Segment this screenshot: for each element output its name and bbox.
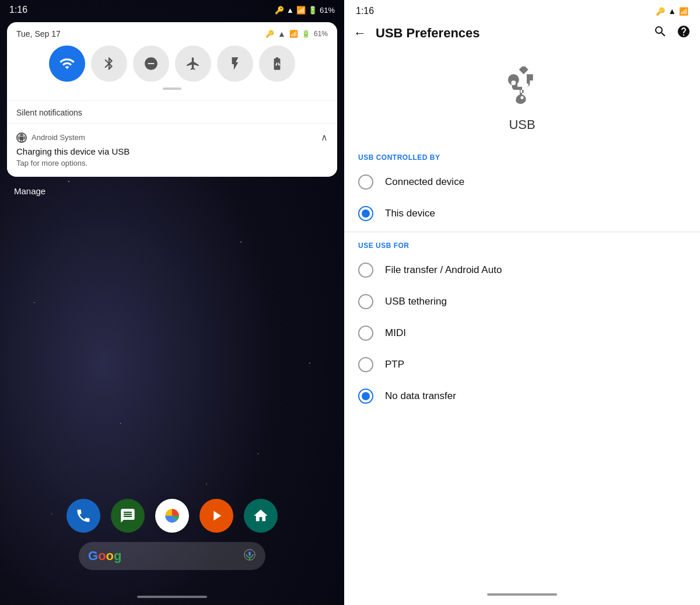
usb-label: USB [509, 117, 535, 132]
battery-icon-small: 🔋 [302, 30, 310, 38]
right-wifi-icon: ▲ [668, 6, 676, 16]
dock-row [66, 499, 278, 533]
tile-bluetooth[interactable] [91, 46, 127, 82]
radio-circle-ptp [358, 357, 373, 372]
dock-play[interactable] [200, 499, 233, 533]
notification-body: Tap for more options. [16, 159, 328, 167]
battery-pct-small: 61% [314, 30, 328, 38]
left-status-bar: 1:16 🔑 ▲ 📶 🔋 61% [0, 0, 344, 18]
section-usb-controlled-by: USB CONTROLLED BY [344, 146, 700, 166]
home-indicator-right [344, 586, 700, 605]
search-button[interactable] [653, 25, 667, 42]
battery-icon: 🔋 [308, 6, 317, 15]
radio-label-usb-tethering: USB tethering [385, 296, 447, 307]
battery-percent: 61% [320, 6, 335, 15]
radio-circle-usb-tethering [358, 294, 373, 309]
google-logo: Goog [88, 548, 121, 564]
google-search-bar[interactable]: Goog [79, 542, 265, 570]
tile-airplane[interactable] [175, 46, 211, 82]
app-title: USB Preferences [376, 26, 644, 41]
quick-tiles: Tue, Sep 17 🔑 ▲ 📶 🔋 61% [7, 22, 337, 100]
app-dock: Goog [0, 499, 344, 570]
notification-shade: Tue, Sep 17 🔑 ▲ 📶 🔋 61% [7, 22, 337, 177]
radio-circle-no-data [358, 389, 373, 404]
section-divider [344, 232, 700, 232]
radio-circle-this-device [358, 206, 373, 221]
drag-handle [163, 88, 181, 90]
radio-circle-midi [358, 326, 373, 341]
radio-inner-this-device [362, 209, 370, 218]
radio-usb-tethering[interactable]: USB tethering [344, 286, 700, 317]
radio-ptp[interactable]: PTP [344, 349, 700, 380]
right-status-icons: 🔑 ▲ 📶 [656, 6, 688, 16]
notification-title: Charging this device via USB [16, 146, 328, 156]
app-bar: ← USB Preferences [344, 20, 700, 49]
key-icon-small: 🔑 [265, 30, 274, 38]
app-bar-actions [653, 25, 691, 42]
radio-label-this-device: This device [385, 208, 435, 219]
radio-label-midi: MIDI [385, 327, 406, 339]
notification-chevron[interactable]: ∧ [321, 132, 328, 143]
tile-wifi[interactable] [49, 46, 85, 82]
android-system-icon [16, 132, 27, 143]
date-row: Tue, Sep 17 🔑 ▲ 📶 🔋 61% [16, 29, 328, 39]
tiles-row [16, 46, 328, 82]
radio-label-ptp: PTP [385, 359, 404, 370]
radio-this-device[interactable]: This device [344, 198, 700, 229]
signal-icon: 📶 [296, 6, 306, 15]
radio-connected-device[interactable]: Connected device [344, 166, 700, 198]
radio-label-no-data: No data transfer [385, 390, 456, 402]
notification-source: Android System [16, 132, 85, 143]
right-time: 1:16 [356, 6, 374, 16]
date-label: Tue, Sep 17 [16, 29, 61, 39]
radio-midi[interactable]: MIDI [344, 317, 700, 349]
usb-icon-area: USB [344, 49, 700, 146]
home-bar [487, 593, 557, 596]
key-icon: 🔑 [275, 6, 284, 15]
tile-battery-saver[interactable] [259, 46, 295, 82]
radio-no-data-transfer[interactable]: No data transfer [344, 380, 700, 412]
wifi-icon-small: ▲ [278, 29, 286, 39]
dock-phone[interactable] [66, 499, 100, 533]
home-indicator-left [137, 596, 207, 598]
radio-circle-connected [358, 174, 373, 190]
right-panel: 1:16 🔑 ▲ 📶 ← USB Preferences [344, 0, 700, 605]
left-time: 1:16 [9, 5, 27, 15]
radio-label-file-transfer: File transfer / Android Auto [385, 264, 502, 276]
manage-button[interactable]: Manage [0, 177, 344, 205]
silent-notifications-header: Silent notifications [7, 100, 337, 122]
right-key-icon: 🔑 [656, 7, 665, 16]
status-icons-small: 🔑 ▲ 📶 🔋 61% [265, 29, 328, 39]
back-button[interactable]: ← [354, 26, 366, 41]
dock-home[interactable] [244, 499, 278, 533]
tile-flashlight[interactable] [217, 46, 253, 82]
wifi-icon: ▲ [286, 6, 294, 15]
left-status-icons: 🔑 ▲ 📶 🔋 61% [275, 6, 335, 15]
radio-label-connected: Connected device [385, 176, 464, 188]
notification-header: Android System ∧ [16, 132, 328, 143]
help-button[interactable] [677, 25, 691, 42]
tile-dnd[interactable] [133, 46, 169, 82]
notification-item[interactable]: Android System ∧ Charging this device vi… [7, 123, 337, 176]
section-use-usb-for: USE USB FOR [344, 235, 700, 254]
google-mic-icon[interactable] [243, 548, 256, 564]
usb-icon [503, 67, 541, 111]
radio-file-transfer[interactable]: File transfer / Android Auto [344, 254, 700, 286]
right-status-bar: 1:16 🔑 ▲ 📶 [344, 0, 700, 20]
right-signal-icon: 📶 [679, 7, 688, 16]
signal-icon-small: 📶 [289, 30, 298, 38]
radio-circle-file-transfer [358, 263, 373, 278]
left-panel: 1:16 🔑 ▲ 📶 🔋 61% Tue, Sep 17 🔑 ▲ 📶 🔋 61% [0, 0, 344, 605]
dock-photos[interactable] [155, 499, 189, 533]
dock-messages[interactable] [111, 499, 145, 533]
radio-inner-no-data [362, 392, 370, 400]
